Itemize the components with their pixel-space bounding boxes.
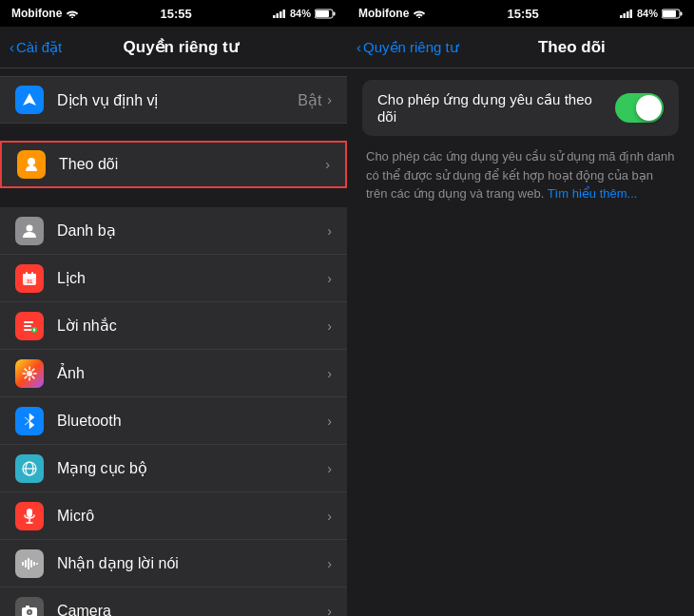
photos-chevron: › [327, 366, 332, 381]
svg-point-9 [28, 158, 35, 165]
svg-rect-37 [25, 560, 27, 568]
svg-point-0 [71, 17, 73, 19]
speech-chevron: › [327, 556, 332, 571]
svg-marker-8 [23, 93, 36, 106]
location-chevron: › [327, 92, 332, 107]
local-network-icon [15, 454, 44, 483]
mic-chevron: › [327, 509, 332, 524]
svg-rect-1 [273, 15, 276, 18]
svg-rect-4 [282, 10, 285, 18]
local-network-chevron: › [327, 461, 332, 476]
camera-icon [15, 597, 44, 617]
calendar-item[interactable]: 31 Lịch › [0, 255, 347, 302]
svg-rect-48 [623, 13, 626, 18]
camera-chevron: › [327, 604, 332, 617]
theo-doi-icon [17, 150, 46, 179]
left-status-left: Mobifone [11, 7, 79, 20]
microphone-item[interactable]: Micrô › [0, 492, 347, 540]
bluetooth-icon [15, 407, 44, 435]
location-svg [22, 92, 37, 107]
allow-tracking-row: Cho phép ứng dụng yêu cầu theo dõi [362, 80, 679, 136]
svg-rect-53 [663, 10, 676, 17]
photos-icon [15, 359, 44, 388]
speech-svg [21, 557, 38, 570]
location-value: Bật [298, 91, 321, 109]
right-battery: 84% [637, 8, 658, 19]
svg-rect-36 [22, 562, 24, 566]
right-back-label: Quyền riêng tư [363, 39, 459, 56]
contacts-chevron: › [327, 223, 332, 239]
left-back-label: Cài đặt [16, 39, 62, 56]
theo-doi-chevron: › [325, 157, 330, 172]
svg-rect-17 [24, 325, 31, 327]
svg-rect-3 [280, 11, 282, 18]
location-label: Dịch vụ định vị [57, 91, 298, 109]
left-status-bar: Mobifone 15:55 84% [0, 0, 347, 27]
svg-rect-20 [33, 328, 35, 331]
svg-rect-2 [276, 13, 279, 18]
location-services-item[interactable]: Dịch vụ định vị Bật › [0, 76, 347, 124]
reminders-svg [21, 318, 38, 335]
svg-rect-40 [33, 562, 35, 566]
contacts-svg [21, 222, 38, 240]
speech-recognition-item[interactable]: Nhận dạng lời nói › [0, 540, 347, 587]
right-nav-title: Theo dõi [459, 38, 684, 57]
photos-item[interactable]: Ảnh › [0, 350, 347, 397]
svg-rect-49 [627, 11, 629, 18]
bluetooth-item[interactable]: Bluetooth › [0, 397, 347, 445]
contacts-item[interactable]: Danh bạ › [0, 207, 347, 255]
learn-more-link[interactable]: Tìm hiểu thêm... [548, 186, 638, 201]
svg-rect-47 [620, 15, 623, 18]
svg-point-10 [27, 224, 33, 231]
photos-svg [21, 365, 38, 382]
calendar-svg: 31 [21, 270, 38, 287]
tracking-svg [23, 156, 40, 173]
speech-icon [15, 549, 44, 578]
left-carrier: Mobifone [11, 7, 62, 20]
right-status-right: 84% [620, 8, 683, 19]
local-network-item[interactable]: Mạng cục bộ › [0, 445, 347, 492]
reminders-item[interactable]: Lời nhắc › [0, 302, 347, 350]
network-svg [21, 460, 38, 477]
theo-doi-item[interactable]: Theo dõi › [0, 141, 347, 188]
right-content-area: Cho phép ứng dụng yêu cầu theo dõi Cho p… [347, 68, 694, 616]
left-nav-bar: ‹ Cài đặt Quyền riêng tư [0, 27, 347, 68]
reminders-label: Lời nhắc [57, 317, 327, 335]
right-back-button[interactable]: ‹ Quyền riêng tư [357, 39, 459, 56]
signal-icon [273, 9, 286, 18]
camera-item[interactable]: Camera › [0, 587, 347, 616]
svg-line-26 [25, 369, 27, 371]
contacts-label: Danh bạ [57, 221, 327, 240]
camera-label: Camera [57, 603, 327, 617]
mic-svg [23, 508, 36, 525]
right-carrier: Mobifone [358, 7, 409, 20]
svg-rect-12 [23, 274, 36, 278]
right-nav-bar: ‹ Quyền riêng tư Theo dõi [347, 27, 694, 68]
left-list-section: Dịch vụ định vị Bật › Theo dõi › [0, 68, 347, 616]
bluetooth-chevron: › [327, 414, 332, 429]
reminders-chevron: › [327, 318, 332, 334]
battery-icon [315, 9, 336, 19]
svg-rect-41 [36, 563, 38, 565]
tracking-description: Cho phép các ứng dụng yêu cầu sử dụng mã… [362, 147, 679, 203]
svg-line-27 [32, 376, 34, 378]
right-status-bar: Mobifone 15:55 84% [347, 0, 694, 27]
microphone-icon [15, 502, 44, 530]
left-back-button[interactable]: ‹ Cài đặt [10, 39, 62, 56]
svg-rect-39 [30, 560, 32, 568]
photos-label: Ảnh [57, 364, 327, 382]
svg-text:31: 31 [27, 279, 33, 284]
svg-point-21 [27, 371, 32, 376]
calendar-label: Lịch [57, 269, 327, 287]
bluetooth-label: Bluetooth [57, 413, 327, 430]
svg-rect-38 [28, 558, 29, 569]
right-wifi-icon [413, 9, 426, 18]
svg-point-46 [418, 17, 420, 19]
svg-rect-52 [680, 11, 682, 15]
svg-line-28 [32, 369, 34, 371]
allow-tracking-toggle[interactable] [615, 93, 664, 123]
bluetooth-svg [23, 412, 36, 431]
svg-rect-33 [27, 509, 32, 517]
svg-point-44 [29, 610, 31, 613]
left-nav-title: Quyền riêng tư [62, 37, 299, 57]
